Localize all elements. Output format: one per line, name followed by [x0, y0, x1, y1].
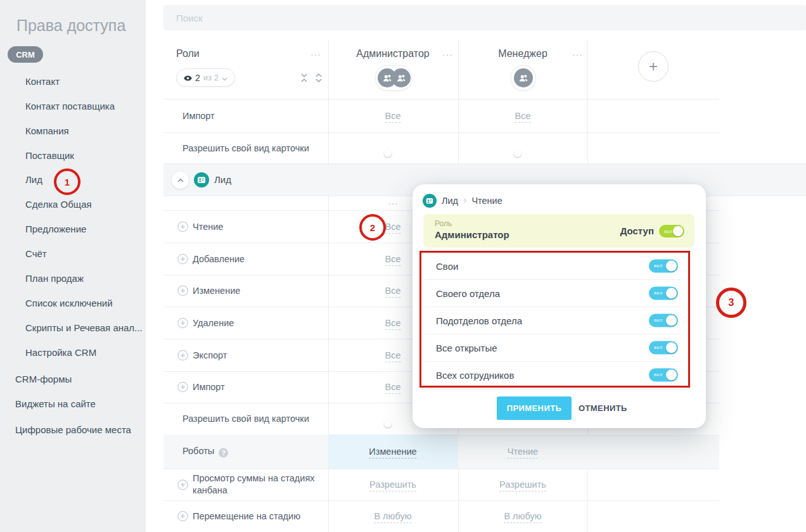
- modal-breadcrumb: Лид › Чтение: [423, 194, 502, 208]
- option-toggle-on[interactable]: вкл: [649, 259, 678, 272]
- admin-value[interactable]: Все: [385, 286, 401, 296]
- page-title: Права доступа: [16, 16, 125, 35]
- row-label: Импорт: [193, 382, 225, 392]
- row-label: Добавление: [193, 254, 245, 264]
- cancel-button[interactable]: ОТМЕНИТЬ: [579, 396, 627, 420]
- admin-value[interactable]: Изменение: [369, 446, 416, 457]
- option-label: Подотделов отдела: [436, 315, 522, 326]
- manager-value[interactable]: Разрешить: [499, 479, 546, 490]
- sidebar-item-supplier-contact[interactable]: Контакт поставщика: [25, 100, 115, 113]
- access-toggle-on[interactable]: вкл: [659, 225, 684, 238]
- manager-role-avatar[interactable]: [511, 65, 536, 91]
- manager-value[interactable]: В любую: [504, 511, 541, 521]
- admin-column-title: Администратор: [356, 48, 429, 60]
- row-label: Перемещение на стадию: [193, 511, 300, 521]
- role-label: Роль: [435, 219, 452, 228]
- filter-total: из 2: [203, 73, 219, 82]
- manager-value[interactable]: Чтение: [508, 446, 538, 457]
- add-role-button[interactable]: +: [638, 51, 668, 82]
- permission-detail-modal: Лид › Чтение Роль Администратор Доступ в…: [413, 184, 706, 428]
- option-label: Свои: [436, 260, 458, 271]
- expand-plus-icon[interactable]: [177, 286, 188, 296]
- admin-column-menu-icon[interactable]: ···: [442, 49, 453, 60]
- option-toggle-on[interactable]: вкл: [649, 341, 678, 354]
- sidebar-item-crm-settings[interactable]: Настройка CRM: [25, 346, 96, 359]
- help-icon[interactable]: ?: [219, 448, 228, 458]
- row-label: Экспорт: [193, 350, 227, 360]
- annotation-circle-1: 1: [54, 168, 80, 195]
- admin-value[interactable]: Все: [385, 222, 401, 232]
- sidebar-item-scripts-speech[interactable]: Скрипты и Речевая анал...: [25, 322, 143, 334]
- sidebar-item-crm-forms[interactable]: CRM-формы: [15, 373, 72, 386]
- row-label: Чтение: [193, 222, 223, 232]
- option-row-all-employees: Всех сотрудников вкл: [425, 361, 682, 388]
- admin-value[interactable]: Все: [385, 254, 401, 264]
- sidebar-item-lead[interactable]: Лид: [25, 174, 42, 186]
- eye-icon: [184, 72, 192, 84]
- manager-column-menu-icon[interactable]: ···: [572, 49, 583, 60]
- table-row-custom-card-view-general: Разрешить свой вид карточки: [163, 132, 719, 164]
- admin-value[interactable]: Все: [385, 111, 401, 121]
- roles-column-title: Роли: [176, 48, 200, 60]
- section-admin-menu-icon[interactable]: ···: [388, 198, 399, 208]
- sidebar-item-invoice[interactable]: Счёт: [25, 248, 47, 260]
- option-row-subdepartments: Подотделов отдела вкл: [425, 307, 682, 334]
- sidebar-item-sales-plan[interactable]: План продаж: [25, 272, 84, 285]
- crm-badge[interactable]: CRM: [8, 46, 43, 63]
- expand-plus-icon[interactable]: [177, 317, 188, 328]
- filter-count: 2: [195, 73, 200, 83]
- breadcrumb-action: Чтение: [471, 196, 502, 206]
- row-label: Удаление: [193, 318, 234, 328]
- role-access-box: Роль Администратор Доступ вкл: [423, 214, 694, 248]
- row-label: Просмотр суммы на стадиях канбана: [193, 472, 327, 497]
- option-toggle-on[interactable]: вкл: [649, 314, 678, 327]
- table-header: Роли ··· 2 из 2 Администратор ··· Менедж…: [163, 39, 719, 99]
- row-label: Импорт: [182, 111, 215, 121]
- role-value: Администратор: [435, 229, 509, 240]
- row-label: Роботы?: [182, 446, 228, 458]
- collapse-all-icon[interactable]: [300, 73, 308, 85]
- admin-value[interactable]: Все: [385, 318, 401, 328]
- sidebar: Права доступа CRM Контакт Контакт постав…: [0, 0, 146, 532]
- option-row-own-department: Своего отдела вкл: [425, 279, 682, 307]
- collapse-section-button[interactable]: [172, 172, 189, 189]
- roles-filter-dropdown[interactable]: 2 из 2: [176, 68, 235, 87]
- sidebar-item-deal-general[interactable]: Сделка Общая: [25, 198, 92, 211]
- admin-value[interactable]: Разрешить: [369, 479, 416, 490]
- sidebar-item-digital-workplaces[interactable]: Цифровые рабочие места: [15, 424, 131, 436]
- admin-role-avatar[interactable]: [375, 65, 412, 91]
- roles-menu-icon[interactable]: ···: [310, 49, 321, 60]
- admin-value[interactable]: Все: [385, 350, 401, 360]
- apply-button[interactable]: ПРИМЕНИТЬ: [497, 396, 572, 420]
- sidebar-item-proposal[interactable]: Предложение: [25, 223, 86, 236]
- expand-plus-icon[interactable]: [177, 221, 188, 232]
- expand-plus-icon[interactable]: [177, 350, 188, 360]
- option-toggle-on[interactable]: вкл: [649, 286, 678, 300]
- expand-plus-icon[interactable]: [177, 479, 188, 490]
- option-toggle-on[interactable]: вкл: [649, 368, 678, 381]
- chevron-down-icon: [222, 72, 227, 84]
- lead-entity-icon: [423, 194, 437, 208]
- table-row-kanban-sum-view: Просмотр суммы на стадиях канбана Разреш…: [163, 469, 719, 501]
- expand-plus-icon[interactable]: [177, 511, 188, 522]
- access-label: Доступ: [620, 225, 654, 236]
- section-label: Лид: [214, 174, 231, 185]
- option-label: Все открытые: [436, 342, 497, 353]
- option-label: Своего отдела: [436, 288, 500, 298]
- sidebar-item-contact[interactable]: Контакт: [25, 75, 60, 88]
- row-label: Разрешить свой вид карточки: [182, 414, 309, 424]
- admin-value[interactable]: В любую: [374, 511, 411, 521]
- sidebar-item-site-widgets[interactable]: Виджеты на сайте: [15, 398, 96, 410]
- manager-value[interactable]: Все: [515, 111, 531, 121]
- sidebar-item-exclusion-list[interactable]: Список исключений: [25, 297, 113, 310]
- breadcrumb-entity: Лид: [442, 196, 458, 206]
- lead-entity-icon: [194, 172, 209, 187]
- search-input[interactable]: [163, 5, 806, 30]
- sidebar-item-company[interactable]: Компания: [25, 125, 69, 137]
- admin-value[interactable]: Все: [385, 382, 401, 392]
- expand-plus-icon[interactable]: [177, 253, 188, 264]
- expand-plus-icon[interactable]: [177, 382, 188, 393]
- expand-all-icon[interactable]: [315, 73, 323, 85]
- sidebar-item-supplier[interactable]: Поставщик: [25, 149, 74, 162]
- breadcrumb-separator: ›: [463, 194, 466, 206]
